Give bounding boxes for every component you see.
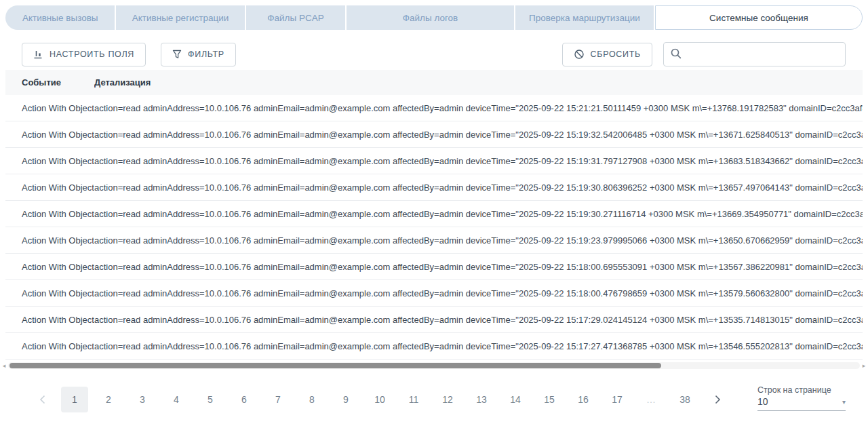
page-button[interactable]: 1 [61,387,88,412]
event-cell: Action With Object [5,156,94,166]
toolbar: НАСТРОИТЬ ПОЛЯ ФИЛЬТР СБРОСИТЬ [22,41,846,67]
tab-system-messages[interactable]: Системные сообщения [655,5,863,30]
details-cell: action=read adminAddress=10.0.106.76 adm… [94,315,863,325]
page-button[interactable]: 5 [197,387,224,412]
next-page-button[interactable] [705,387,730,412]
event-cell: Action With Object [5,235,94,246]
page-button[interactable]: 11 [400,387,427,412]
rows-per-page: Строк на странице 10 ▾ [757,385,846,411]
slash-circle-icon [574,49,585,60]
event-cell: Action With Object [5,315,94,325]
details-cell: action=read adminAddress=10.0.106.76 adm… [94,341,863,351]
page-button[interactable]: 15 [536,387,563,412]
rows-per-page-label: Строк на странице [757,385,846,395]
funnel-icon [172,50,182,59]
scroll-right-icon[interactable]: ▸ [860,360,868,371]
page-button[interactable]: 3 [129,387,156,412]
configure-fields-label: НАСТРОИТЬ ПОЛЯ [50,50,134,59]
page-button[interactable]: 6 [231,387,258,412]
scrollbar-track[interactable] [8,362,860,369]
event-cell: Action With Object [5,103,94,113]
page-button[interactable]: 16 [570,387,597,412]
table-row[interactable]: Action With Object action=read adminAddr… [5,201,863,227]
event-cell: Action With Object [5,262,94,272]
page-button[interactable]: 38 [671,387,698,412]
details-cell: action=read adminAddress=10.0.106.76 adm… [94,103,863,113]
scrollbar-thumb[interactable] [9,363,661,368]
table-row[interactable]: Action With Object action=read adminAddr… [5,95,863,121]
event-cell: Action With Object [5,209,94,219]
search-icon [670,47,682,60]
page-button[interactable]: 10 [366,387,393,412]
event-cell: Action With Object [5,130,94,140]
pagination: 1 2 3 4 5 6 7 8 9 10 11 12 13 14 15 16 1… [30,387,730,412]
details-cell: action=read adminAddress=10.0.106.76 adm… [94,209,863,219]
page-button[interactable]: 7 [264,387,292,412]
tab-routing-check[interactable]: Проверка маршрутизации [515,5,654,30]
filter-button[interactable]: ФИЛЬТР [161,43,236,66]
scroll-left-icon[interactable]: ◂ [0,360,8,371]
horizontal-scrollbar: ◂ ▸ [0,360,868,371]
page-button[interactable]: 13 [468,387,495,412]
table-row[interactable]: Action With Object action=read adminAddr… [5,227,863,254]
rows-per-page-select[interactable]: 10 ▾ [757,396,846,407]
table-row[interactable]: Action With Object action=read adminAddr… [5,280,863,307]
table-row[interactable]: Action With Object action=read adminAddr… [5,254,863,280]
table-row[interactable]: Action With Object action=read adminAddr… [5,121,863,148]
table-row[interactable]: Action With Object action=read adminAddr… [5,333,863,360]
column-header-details: Детализация [94,77,863,88]
event-cell: Action With Object [5,182,94,193]
details-cell: action=read adminAddress=10.0.106.76 adm… [94,235,863,246]
column-header-event: Событие [5,77,94,88]
details-cell: action=read adminAddress=10.0.106.76 adm… [94,262,863,272]
chevron-right-icon [715,395,721,404]
details-cell: action=read adminAddress=10.0.106.76 adm… [94,156,863,166]
page-button[interactable]: 9 [332,387,359,412]
event-cell: Action With Object [5,341,94,351]
table-row[interactable]: Action With Object action=read adminAddr… [5,174,863,201]
tab-bar: Активные вызовы Активные регистрации Фай… [5,5,863,30]
chevron-left-icon [39,395,45,404]
reset-label: СБРОСИТЬ [591,50,641,59]
tab-active-registrations[interactable]: Активные регистрации [116,5,244,30]
chevron-down-icon: ▾ [842,398,846,406]
table-header-row: Событие Детализация [5,70,863,95]
page-button[interactable]: 4 [163,387,190,412]
reset-button[interactable]: СБРОСИТЬ [562,43,652,66]
details-cell: action=read adminAddress=10.0.106.76 adm… [94,130,863,140]
search-input[interactable] [663,42,846,66]
table-row[interactable]: Action With Object action=read adminAddr… [5,148,863,174]
search-box [663,42,846,66]
columns-chart-icon [33,50,43,60]
page-button[interactable]: 8 [298,387,326,412]
table-row[interactable]: Action With Object action=read adminAddr… [5,307,863,333]
filter-label: ФИЛЬТР [188,50,224,59]
page-button[interactable]: 17 [604,387,631,412]
rows-per-page-value: 10 [757,396,768,407]
page-button[interactable]: 2 [95,387,122,412]
system-messages-table: Событие Детализация Action With Object a… [5,70,863,360]
configure-fields-button[interactable]: НАСТРОИТЬ ПОЛЯ [22,43,146,66]
details-cell: action=read adminAddress=10.0.106.76 adm… [94,182,863,193]
page-button[interactable]: 12 [434,387,461,412]
tab-log-files[interactable]: Файлы логов [347,5,514,30]
tab-pcap-files[interactable]: Файлы PCAP [246,5,346,30]
tab-active-calls[interactable]: Активные вызовы [5,5,115,30]
prev-page-button[interactable] [30,387,54,412]
details-cell: action=read adminAddress=10.0.106.76 adm… [94,288,863,298]
page-button[interactable]: 14 [502,387,529,412]
page-ellipsis: … [637,387,665,412]
event-cell: Action With Object [5,288,94,298]
